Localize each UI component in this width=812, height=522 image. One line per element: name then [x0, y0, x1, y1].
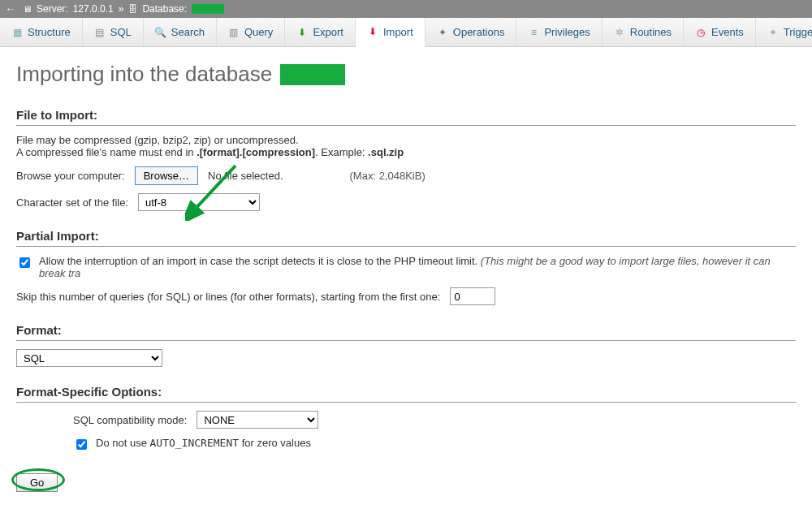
- browse-label: Browse your computer:: [16, 170, 125, 182]
- tab-label: Events: [711, 26, 744, 38]
- tab-label: Routines: [630, 26, 672, 38]
- tab-label: Search: [171, 26, 205, 38]
- no-autoincrement-label: Do not use AUTO_INCREMENT for zero value…: [96, 437, 311, 449]
- format-select[interactable]: SQL: [16, 349, 162, 367]
- database-icon: 🗄: [128, 4, 137, 14]
- section-formatopts-heading: Format-Specific Options:: [16, 385, 796, 403]
- no-file-selected: No file selected.: [208, 170, 283, 182]
- charset-select[interactable]: utf-8: [138, 193, 260, 211]
- privileges-icon: ≡: [528, 27, 539, 38]
- operations-icon: ✦: [437, 27, 448, 38]
- tab-routines[interactable]: ✲Routines: [603, 18, 684, 46]
- server-icon: 🖥: [23, 4, 32, 14]
- max-size: (Max: 2,048KiB): [350, 170, 425, 182]
- compat-select[interactable]: NONE: [197, 411, 318, 429]
- database-name-redacted: [192, 4, 224, 14]
- tab-label: Query: [244, 26, 273, 38]
- browse-button[interactable]: Browse…: [135, 166, 198, 185]
- tab-label: SQL: [110, 26, 132, 38]
- tab-operations[interactable]: ✦Operations: [425, 18, 517, 46]
- tab-label: Structure: [28, 26, 71, 38]
- tab-structure[interactable]: ▦Structure: [0, 18, 83, 46]
- file-hint-1: File may be compressed (gzip, bzip2, zip…: [16, 134, 796, 146]
- charset-label: Character set of the file:: [16, 196, 128, 209]
- tab-query[interactable]: ▥Query: [217, 18, 285, 46]
- allow-interrupt-checkbox[interactable]: [19, 257, 30, 268]
- database-label: Database:: [142, 3, 187, 15]
- section-format-heading: Format:: [16, 323, 796, 341]
- page-title-dbname-redacted: [280, 64, 345, 85]
- tab-export[interactable]: ⬇Export: [285, 18, 356, 46]
- breadcrumb: ← 🖥 Server: 127.0.0.1 » 🗄 Database:: [0, 0, 812, 18]
- back-arrow-icon[interactable]: ←: [5, 2, 16, 15]
- allow-interrupt-label: Allow the interruption of an import in c…: [39, 255, 796, 279]
- no-autoincrement-checkbox[interactable]: [76, 439, 87, 450]
- events-icon: ◷: [695, 27, 706, 38]
- tabs: ▦Structure ▤SQL 🔍Search ▥Query ⬇Export ⬇…: [0, 18, 812, 47]
- tab-events[interactable]: ◷Events: [684, 18, 756, 46]
- breadcrumb-sep: »: [119, 3, 124, 15]
- tab-label: Triggers: [784, 26, 812, 38]
- go-button[interactable]: Go: [16, 473, 58, 492]
- export-icon: ⬇: [296, 27, 308, 38]
- tab-triggers[interactable]: ✦Triggers: [756, 18, 812, 46]
- tab-label: Operations: [453, 26, 505, 38]
- sql-icon: ▤: [94, 27, 106, 38]
- skip-queries-input[interactable]: [450, 287, 495, 305]
- file-hint-2: A compressed file's name must end in .[f…: [16, 146, 796, 158]
- skip-label: Skip this number of queries (for SQL) or…: [16, 291, 440, 303]
- tab-search[interactable]: 🔍Search: [144, 18, 217, 46]
- tab-label: Export: [313, 26, 343, 38]
- search-icon: 🔍: [155, 27, 166, 38]
- server-label: Server:: [37, 3, 68, 15]
- section-file-heading: File to Import:: [16, 108, 796, 126]
- tab-privileges[interactable]: ≡Privileges: [516, 18, 602, 46]
- server-value[interactable]: 127.0.0.1: [73, 3, 114, 15]
- section-partial-heading: Partial Import:: [16, 229, 796, 247]
- tab-label: Import: [383, 26, 413, 38]
- page-title: Importing into the database: [16, 62, 796, 87]
- structure-icon: ▦: [11, 27, 23, 38]
- triggers-icon: ✦: [767, 27, 779, 38]
- tab-sql[interactable]: ▤SQL: [83, 18, 144, 46]
- tab-import[interactable]: ⬇Import: [356, 18, 425, 47]
- import-icon: ⬇: [367, 26, 378, 37]
- tab-label: Privileges: [544, 26, 590, 38]
- page-title-text: Importing into the database: [16, 62, 272, 87]
- query-icon: ▥: [228, 27, 240, 38]
- routines-icon: ✲: [614, 27, 625, 38]
- compat-label: SQL compatibility mode:: [73, 414, 187, 426]
